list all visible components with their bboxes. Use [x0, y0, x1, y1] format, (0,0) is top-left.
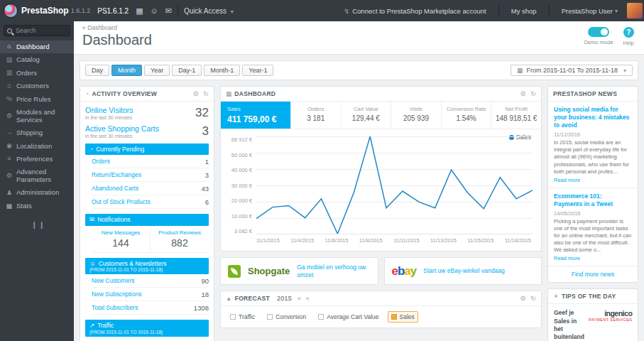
row-link[interactable]: Abandoned Carts	[92, 185, 138, 192]
cell-link[interactable]: Product Reviews	[152, 229, 207, 236]
sidebar-item-orders[interactable]: ▥Orders	[0, 67, 74, 80]
topbar-right: ↯ Connect to PrestaShop Marketplace acco…	[337, 0, 644, 21]
news-item-title[interactable]: Ecommerce 101: Payments in a Tweet	[554, 193, 632, 208]
ingenico-logo-subtext: payment services	[589, 318, 632, 322]
filter-year-1-button[interactable]: Year-1	[242, 65, 273, 76]
sidebar-item-label: Advanced Parameters	[16, 168, 69, 183]
active-carts-link[interactable]: Active Shopping Carts	[85, 124, 159, 133]
kpi-conversion-rate[interactable]: Conversion Rate1.54%	[442, 102, 492, 129]
x-tick-label: 11/13/2015	[430, 237, 457, 244]
filter-day-1-button[interactable]: Day-1	[172, 65, 202, 76]
kpi-sales[interactable]: Sales411 759,00 €	[221, 102, 291, 129]
section-title: Customers & Newsletters	[99, 260, 167, 267]
sidebar-item-shipping[interactable]: →Shipping	[0, 126, 74, 139]
messages-notification-icon[interactable]: ✉	[165, 6, 172, 16]
prestashop-logo[interactable]	[4, 4, 18, 18]
sidebar-item-label: Modules and Services	[16, 109, 69, 124]
user-menu[interactable]: PrestaShop User ▾	[555, 0, 624, 21]
previous-year-button[interactable]: «	[298, 295, 301, 302]
filter-day-button[interactable]: Day	[85, 65, 109, 76]
filter-year-button[interactable]: Year	[144, 65, 170, 76]
sidebar-item-localization[interactable]: ◉Localization	[0, 140, 74, 153]
shopgate-logo-text: Shopgate	[248, 266, 290, 276]
news-item: Using social media for your business: 4 …	[548, 102, 638, 188]
row-link[interactable]: Total Subscribers	[92, 304, 138, 311]
section-subtitle: (FROM 2015-11-01 TO 2015-11-18)	[89, 330, 204, 335]
toggle-label: Traffic	[239, 313, 255, 320]
people-icon: ☺	[89, 260, 96, 267]
breadcrumb[interactable]: ▾Dashboard	[82, 24, 635, 31]
row-link[interactable]: Out of Stock Products	[92, 198, 151, 205]
kpi-net-profit[interactable]: Net Profit148 918,51 €	[491, 102, 541, 129]
customers-notification-icon[interactable]: ☺	[151, 6, 158, 15]
news-item-date: 14/05/2015	[554, 210, 632, 217]
gear-icon[interactable]: ⚙	[520, 90, 526, 97]
forecast-toggle-traffic[interactable]: Traffic	[227, 311, 258, 323]
kpi-value: 3 181	[293, 114, 339, 122]
kpi-visits[interactable]: Visits205 939	[391, 102, 442, 129]
kpi-cart-value[interactable]: Cart Value129,44 €	[342, 102, 392, 129]
bulb-icon: ☀	[553, 293, 559, 300]
sidebar-item-preferences[interactable]: ≡Preferences	[0, 153, 74, 166]
find-more-news-link[interactable]: Find more news	[548, 266, 638, 282]
gear-icon[interactable]: ⚙	[193, 90, 199, 97]
refresh-icon[interactable]: ↻	[530, 90, 536, 97]
ebay-letter: b	[398, 264, 404, 278]
row-link[interactable]: New Customers	[92, 277, 134, 284]
filter-month-1-button[interactable]: Month-1	[204, 65, 240, 76]
forecast-toggle-sales[interactable]: Sales	[388, 311, 418, 323]
kpi-orders[interactable]: Orders3 181	[291, 102, 342, 129]
online-visitors-link[interactable]: Online Visitors	[85, 106, 133, 114]
orders-notification-icon[interactable]: ▦	[136, 6, 143, 16]
currently-pending-header: ◔Currently Pending	[85, 144, 209, 155]
next-year-button[interactable]: »	[305, 295, 309, 302]
collapse-sidebar-icon[interactable]: ❙❙	[0, 212, 74, 229]
forecast-toggle-average-cart-value[interactable]: Average Cart Value	[315, 311, 382, 323]
refresh-icon[interactable]: ↻	[530, 295, 536, 302]
gear-icon[interactable]: ⚙	[520, 295, 526, 302]
sidebar-item-modules[interactable]: ⚙Modules and Services	[0, 106, 74, 126]
customers-newsletters-header: ☺Customers & Newsletters(FROM 2015-11-01…	[85, 258, 209, 275]
sidebar-item-stats[interactable]: ▅Stats	[0, 200, 74, 212]
customers-row-total-subscribers: Total Subscribers1308	[92, 301, 209, 315]
row-link[interactable]: New Subscriptions	[92, 291, 141, 298]
checkbox-icon	[318, 314, 324, 320]
shipping-icon: →	[5, 129, 13, 136]
shop-name-link[interactable]: PS1.6.1.2	[97, 7, 129, 15]
forecast-toggle-conversion[interactable]: Conversion	[263, 311, 310, 323]
search-input[interactable]	[16, 27, 67, 34]
forecast-year: 2015	[277, 295, 292, 302]
read-more-link[interactable]: Read more	[554, 177, 632, 183]
row-link[interactable]: Return/Exchanges	[92, 171, 141, 178]
sidebar-item-administration[interactable]: ♟Administration	[0, 186, 74, 199]
page-header: ▾Dashboard Dashboard Demo mode ? Help	[74, 21, 644, 55]
marketplace-link[interactable]: ↯ Connect to PrestaShop Marketplace acco…	[337, 0, 493, 21]
sidebar-item-customers[interactable]: ☺Customers	[0, 80, 74, 92]
user-avatar[interactable]	[627, 3, 643, 18]
sidebar-item-dashboard[interactable]: ⌂Dashboard	[0, 40, 74, 53]
customers-row-new-customers: New Customers90	[92, 274, 209, 288]
cell-link[interactable]: New Messages	[93, 229, 148, 236]
read-more-link[interactable]: Read more	[554, 255, 632, 261]
row-link[interactable]: Orders	[92, 158, 110, 165]
quick-access-menu[interactable]: Quick Access ▾	[184, 7, 234, 15]
help-icon[interactable]: ?	[623, 27, 634, 38]
section-title: Currently Pending	[96, 146, 144, 153]
bolt-icon: ↯	[344, 7, 349, 15]
refresh-icon[interactable]: ↻	[203, 90, 209, 97]
news-item-title[interactable]: Using social media for your business: 4 …	[554, 106, 632, 129]
shopgate-link[interactable]: Ga mobiel en verhoog uw omzet	[297, 264, 370, 278]
tips-body: Geef je Sales in het buitenland een Boos…	[548, 304, 638, 341]
checkbox-icon	[230, 314, 236, 320]
filter-month-button[interactable]: Month	[111, 65, 142, 76]
my-shop-link[interactable]: My shop	[505, 0, 543, 21]
clock-icon: ◔	[89, 146, 93, 153]
demo-mode-toggle[interactable]	[588, 27, 609, 37]
sidebar-item-advanced-parameters[interactable]: ⚙Advanced Parameters	[0, 166, 74, 186]
sidebar-item-price-rules[interactable]: %Price Rules	[0, 93, 74, 106]
ebay-link[interactable]: Start uw eBay-winkel vandaag	[423, 267, 504, 275]
active-carts-sub: in the last 30 minutes	[85, 134, 159, 139]
date-range-picker[interactable]: ▦ From 2015-11-01 To 2015-11-18 ▾	[511, 65, 633, 76]
caret-down-icon: ▾	[623, 67, 626, 74]
sidebar-item-catalog[interactable]: ▤Catalog	[0, 53, 74, 66]
